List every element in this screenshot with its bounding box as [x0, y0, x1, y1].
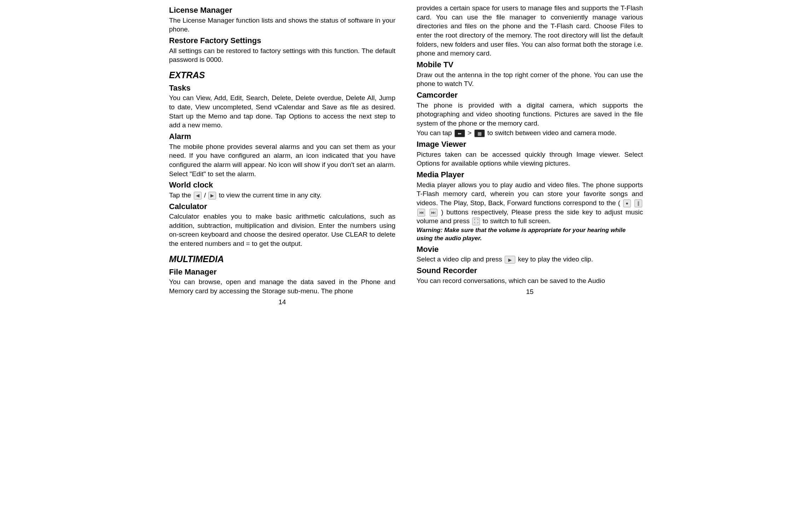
page-number-left: 14 [169, 298, 395, 307]
heading-media-player: Media Player [417, 169, 643, 180]
text-sound-recorder: You can record conversations, which can … [417, 276, 643, 285]
heading-alarm: Alarm [169, 131, 395, 142]
page-left: License Manager The License Manager func… [169, 4, 395, 307]
text-file-manager-cont: provides a certain space for users to ma… [417, 4, 643, 58]
media-post: to switch to full screen. [483, 217, 551, 225]
play-icon: ● [623, 200, 631, 207]
world-clock-pre: Tap the [169, 191, 193, 199]
camcorder-post: to switch between video and camera mode. [487, 129, 616, 137]
text-camcorder-2: You can tap ⬅ > ▦ to switch between vide… [417, 128, 643, 138]
text-movie: Select a video clip and press ▶ key to p… [417, 255, 643, 264]
grid-icon: ▦ [474, 129, 485, 137]
media-player-warning: Warning: Make sure that the volume is ap… [417, 226, 643, 243]
text-media-player: Media player allows you to play audio an… [417, 180, 643, 226]
camera-switch-icon: ⬅ [454, 129, 465, 137]
heading-restore-factory: Restore Factory Settings [169, 35, 395, 46]
world-clock-mid: / [204, 191, 208, 199]
text-license-manager: The License Manager function lists and s… [169, 16, 395, 34]
camcorder-pre: You can tap [417, 129, 454, 137]
text-calculator: Calculator enables you to make basic ari… [169, 212, 395, 248]
right-arrow-icon: ▶ [208, 192, 216, 200]
heading-sound-recorder: Sound Recorder [417, 265, 643, 276]
back-icon: ⏮ [417, 209, 425, 217]
heading-image-viewer: Image Viewer [417, 139, 643, 150]
movie-pre: Select a video clip and press [417, 255, 504, 263]
left-arrow-icon: ◀ [194, 192, 202, 200]
text-world-clock: Tap the ◀ / ▶ to view the current time i… [169, 191, 395, 200]
page-right: provides a certain space for users to ma… [417, 4, 643, 307]
forward-icon: ⏭ [430, 209, 437, 217]
pause-icon: ‖ [634, 200, 642, 207]
fullscreen-icon: ⛶ [472, 218, 480, 225]
heading-tasks: Tasks [169, 83, 395, 93]
text-alarm: The mobile phone provides several alarms… [169, 142, 395, 179]
heading-file-manager: File Manager [169, 267, 395, 277]
media-pre: Media player allows you to play audio an… [417, 181, 643, 207]
heading-movie: Movie [417, 244, 643, 255]
text-camcorder-1: The phone is provided with a digital cam… [417, 101, 643, 128]
movie-post: key to play the video clip. [518, 255, 593, 263]
text-mobile-tv: Draw out the antenna in the top right co… [417, 70, 643, 88]
heading-mobile-tv: Mobile TV [417, 59, 643, 70]
heading-license-manager: License Manager [169, 5, 395, 16]
text-image-viewer: Pictures taken can be accessed quickly t… [417, 150, 643, 168]
world-clock-post: to view the current time in any city. [219, 191, 321, 199]
heading-camcorder: Camcorder [417, 90, 643, 100]
heading-multimedia: MULTIMEDIA [169, 253, 395, 265]
heading-world-clock: World clock [169, 180, 395, 190]
play-triangle-icon: ▶ [505, 256, 515, 264]
camcorder-mid: > [468, 129, 473, 137]
text-file-manager: You can browse, open and manage the data… [169, 277, 395, 295]
heading-calculator: Calculator [169, 201, 395, 212]
page-number-right: 15 [417, 287, 643, 296]
heading-extras: EXTRAS [169, 69, 395, 81]
text-restore-factory: All settings can be restored to factory … [169, 46, 395, 64]
text-tasks: You can View, Add, Edit, Search, Delete,… [169, 93, 395, 130]
